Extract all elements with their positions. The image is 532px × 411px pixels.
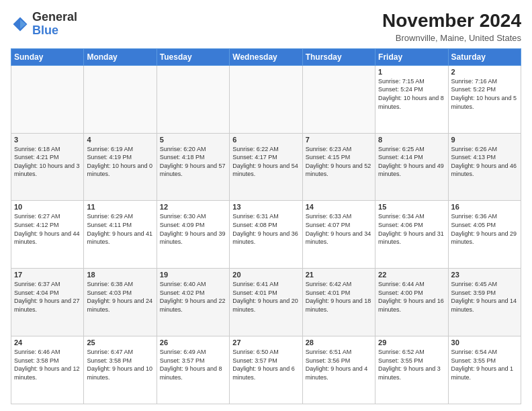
cell-3-4: 21Sunrise: 6:42 AM Sunset: 4:01 PM Dayli… <box>302 269 375 336</box>
day-info-27: Sunrise: 6:50 AM Sunset: 3:57 PM Dayligh… <box>232 348 299 381</box>
cell-0-0 <box>11 65 84 133</box>
cell-3-2: 19Sunrise: 6:40 AM Sunset: 4:02 PM Dayli… <box>157 269 229 336</box>
cell-3-0: 17Sunrise: 6:37 AM Sunset: 4:04 PM Dayli… <box>11 269 84 336</box>
cell-2-1: 11Sunrise: 6:29 AM Sunset: 4:11 PM Dayli… <box>84 201 157 269</box>
day-info-28: Sunrise: 6:51 AM Sunset: 3:56 PM Dayligh… <box>306 348 372 381</box>
day-info-16: Sunrise: 6:36 AM Sunset: 4:05 PM Dayligh… <box>451 212 518 246</box>
cell-0-3 <box>230 65 302 133</box>
cell-2-2: 12Sunrise: 6:30 AM Sunset: 4:09 PM Dayli… <box>157 201 229 269</box>
cell-2-5: 15Sunrise: 6:34 AM Sunset: 4:06 PM Dayli… <box>375 201 448 269</box>
day-info-17: Sunrise: 6:37 AM Sunset: 4:04 PM Dayligh… <box>14 280 81 314</box>
day-number-18: 18 <box>87 271 153 279</box>
col-tuesday: Tuesday <box>157 48 229 65</box>
day-number-14: 14 <box>306 203 372 211</box>
day-number-4: 4 <box>87 136 153 144</box>
cell-3-5: 22Sunrise: 6:44 AM Sunset: 4:00 PM Dayli… <box>375 269 448 336</box>
day-info-8: Sunrise: 6:25 AM Sunset: 4:14 PM Dayligh… <box>378 145 445 179</box>
cell-4-2: 26Sunrise: 6:49 AM Sunset: 3:57 PM Dayli… <box>157 336 229 404</box>
day-number-23: 23 <box>451 271 518 279</box>
calendar-table: Sunday Monday Tuesday Wednesday Thursday… <box>11 48 521 404</box>
day-number-8: 8 <box>378 136 445 144</box>
day-number-30: 30 <box>451 338 518 347</box>
cell-4-0: 24Sunrise: 6:46 AM Sunset: 3:58 PM Dayli… <box>11 336 84 404</box>
week-row-2: 10Sunrise: 6:27 AM Sunset: 4:12 PM Dayli… <box>11 201 521 269</box>
col-monday: Monday <box>84 48 157 65</box>
cell-0-2 <box>157 65 229 133</box>
cell-1-6: 9Sunrise: 6:26 AM Sunset: 4:13 PM Daylig… <box>448 133 521 201</box>
logo: General Blue <box>11 11 77 38</box>
location-subtitle: Brownville, Maine, United States <box>382 33 521 43</box>
cell-3-1: 18Sunrise: 6:38 AM Sunset: 4:03 PM Dayli… <box>84 269 157 336</box>
page: General Blue November 2024 Brownville, M… <box>0 0 532 411</box>
day-info-30: Sunrise: 6:54 AM Sunset: 3:55 PM Dayligh… <box>451 348 518 381</box>
day-number-15: 15 <box>378 203 445 211</box>
day-info-12: Sunrise: 6:30 AM Sunset: 4:09 PM Dayligh… <box>160 212 226 246</box>
cell-2-3: 13Sunrise: 6:31 AM Sunset: 4:08 PM Dayli… <box>230 201 302 269</box>
day-number-16: 16 <box>451 203 518 211</box>
day-number-9: 9 <box>451 136 518 144</box>
day-info-26: Sunrise: 6:49 AM Sunset: 3:57 PM Dayligh… <box>160 348 226 381</box>
cell-3-6: 23Sunrise: 6:45 AM Sunset: 3:59 PM Dayli… <box>448 269 521 336</box>
day-number-26: 26 <box>160 338 226 347</box>
cell-1-3: 6Sunrise: 6:22 AM Sunset: 4:17 PM Daylig… <box>230 133 302 201</box>
day-info-21: Sunrise: 6:42 AM Sunset: 4:01 PM Dayligh… <box>306 280 372 314</box>
cell-3-3: 20Sunrise: 6:41 AM Sunset: 4:01 PM Dayli… <box>230 269 302 336</box>
day-info-2: Sunrise: 7:16 AM Sunset: 5:22 PM Dayligh… <box>451 77 518 111</box>
month-title: November 2024 <box>382 11 521 32</box>
day-number-3: 3 <box>14 136 81 144</box>
day-number-5: 5 <box>160 136 226 144</box>
logo-text: General Blue <box>32 11 77 38</box>
day-number-11: 11 <box>87 203 153 211</box>
cell-4-5: 29Sunrise: 6:52 AM Sunset: 3:55 PM Dayli… <box>375 336 448 404</box>
cell-2-4: 14Sunrise: 6:33 AM Sunset: 4:07 PM Dayli… <box>302 201 375 269</box>
day-number-13: 13 <box>232 203 299 211</box>
cell-1-4: 7Sunrise: 6:23 AM Sunset: 4:15 PM Daylig… <box>302 133 375 201</box>
day-info-19: Sunrise: 6:40 AM Sunset: 4:02 PM Dayligh… <box>160 280 226 314</box>
day-number-22: 22 <box>378 271 445 279</box>
cell-0-4 <box>302 65 375 133</box>
day-number-29: 29 <box>378 338 445 347</box>
day-info-5: Sunrise: 6:20 AM Sunset: 4:18 PM Dayligh… <box>160 145 226 179</box>
title-area: November 2024 Brownville, Maine, United … <box>382 11 521 43</box>
day-info-6: Sunrise: 6:22 AM Sunset: 4:17 PM Dayligh… <box>232 145 299 179</box>
day-number-10: 10 <box>14 203 81 211</box>
logo-general: General <box>32 10 77 24</box>
col-friday: Friday <box>375 48 448 65</box>
cell-0-6: 2Sunrise: 7:16 AM Sunset: 5:22 PM Daylig… <box>448 65 521 133</box>
day-info-25: Sunrise: 6:47 AM Sunset: 3:58 PM Dayligh… <box>87 348 153 381</box>
day-number-6: 6 <box>232 136 299 144</box>
day-info-9: Sunrise: 6:26 AM Sunset: 4:13 PM Dayligh… <box>451 145 518 179</box>
day-number-12: 12 <box>160 203 226 211</box>
day-number-20: 20 <box>232 271 299 279</box>
cell-0-5: 1Sunrise: 7:15 AM Sunset: 5:24 PM Daylig… <box>375 65 448 133</box>
day-number-19: 19 <box>160 271 226 279</box>
day-info-23: Sunrise: 6:45 AM Sunset: 3:59 PM Dayligh… <box>451 280 518 314</box>
day-number-7: 7 <box>306 136 372 144</box>
week-row-4: 24Sunrise: 6:46 AM Sunset: 3:58 PM Dayli… <box>11 336 521 404</box>
day-number-28: 28 <box>306 338 372 347</box>
day-info-13: Sunrise: 6:31 AM Sunset: 4:08 PM Dayligh… <box>232 212 299 246</box>
day-info-1: Sunrise: 7:15 AM Sunset: 5:24 PM Dayligh… <box>378 77 445 111</box>
day-number-24: 24 <box>14 338 81 347</box>
day-number-2: 2 <box>451 68 518 76</box>
cell-4-1: 25Sunrise: 6:47 AM Sunset: 3:58 PM Dayli… <box>84 336 157 404</box>
cell-1-1: 4Sunrise: 6:19 AM Sunset: 4:19 PM Daylig… <box>84 133 157 201</box>
cell-0-1 <box>84 65 157 133</box>
week-row-3: 17Sunrise: 6:37 AM Sunset: 4:04 PM Dayli… <box>11 269 521 336</box>
day-number-21: 21 <box>306 271 372 279</box>
day-number-27: 27 <box>232 338 299 347</box>
day-info-15: Sunrise: 6:34 AM Sunset: 4:06 PM Dayligh… <box>378 212 445 246</box>
logo-icon <box>11 15 30 34</box>
cell-2-0: 10Sunrise: 6:27 AM Sunset: 4:12 PM Dayli… <box>11 201 84 269</box>
day-info-20: Sunrise: 6:41 AM Sunset: 4:01 PM Dayligh… <box>232 280 299 314</box>
day-number-25: 25 <box>87 338 153 347</box>
header: General Blue November 2024 Brownville, M… <box>11 11 521 43</box>
cell-4-6: 30Sunrise: 6:54 AM Sunset: 3:55 PM Dayli… <box>448 336 521 404</box>
cell-4-4: 28Sunrise: 6:51 AM Sunset: 3:56 PM Dayli… <box>302 336 375 404</box>
col-thursday: Thursday <box>302 48 375 65</box>
day-info-10: Sunrise: 6:27 AM Sunset: 4:12 PM Dayligh… <box>14 212 81 246</box>
day-info-11: Sunrise: 6:29 AM Sunset: 4:11 PM Dayligh… <box>87 212 153 246</box>
col-sunday: Sunday <box>11 48 84 65</box>
cell-1-5: 8Sunrise: 6:25 AM Sunset: 4:14 PM Daylig… <box>375 133 448 201</box>
calendar-header-row: Sunday Monday Tuesday Wednesday Thursday… <box>11 48 521 65</box>
